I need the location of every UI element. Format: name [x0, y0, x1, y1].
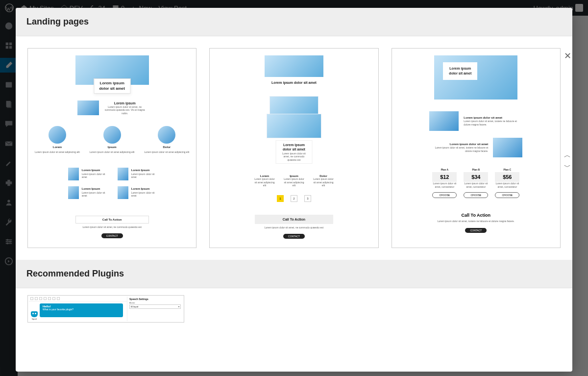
feature-image	[77, 100, 99, 115]
avatar-select: 02.liquid▾	[129, 304, 181, 309]
feature-text: Lorem ipsum Lorem ipsum dolor sit amet, …	[103, 101, 147, 115]
landing-template-3[interactable]: Lorem ipsum dolor sit amet Lorem ipsum d…	[392, 48, 561, 248]
hero-image	[265, 55, 323, 77]
cta-button: Call To Action	[255, 215, 333, 224]
hero-image: Lorem ipsum dolor sit amet	[75, 55, 149, 85]
feature-grid: Lorem IpsumLorem ipsum dolor sit amet Lo…	[68, 168, 156, 199]
plugin-settings-panel: Speech Settings Avatar 02.liquid▾	[127, 297, 183, 321]
modal-overlay: ✕ ︿ ﹀ Landing pages Lorem ipsum dolor si…	[0, 0, 588, 376]
contact-button: CONTACT	[101, 233, 123, 238]
templates-modal: ✕ ︿ ﹀ Landing pages Lorem ipsum dolor si…	[16, 8, 572, 372]
feature-rows: Lorem ipsum dolor sit ametLorem ipsum do…	[429, 111, 522, 157]
close-icon[interactable]: ✕	[562, 50, 572, 62]
plugin-preview: Hello! What is your favorite plugin? liq…	[29, 297, 127, 321]
recommended-plugin-1[interactable]: Hello! What is your favorite plugin? liq…	[27, 295, 184, 323]
stacked-cards: Lorem ipsum dolor sit ametLorem ipsum do…	[257, 96, 331, 155]
chevron-up-icon[interactable]: ︿	[562, 150, 572, 161]
plugins-title: Recommended Plugins	[26, 269, 562, 279]
circle-features: LoremLorem ipsum dolor sit amet adipisci…	[35, 126, 189, 154]
landing-template-2[interactable]: Lorem ipsum dolor sit amet Lorem ipsum d…	[209, 48, 378, 248]
landing-templates-row: Lorem ipsum dolor sit amet Lorem ipsum L…	[16, 36, 572, 260]
landing-pages-title: Landing pages	[26, 17, 562, 27]
landing-pages-header: Landing pages	[16, 8, 572, 36]
landing-template-1[interactable]: Lorem ipsum dolor sit amet Lorem ipsum L…	[27, 48, 196, 248]
contact-button: CONTACT	[283, 234, 305, 239]
speech-bubble: Hello! What is your favorite plugin?	[40, 303, 123, 317]
cta-section: Call To Action Lorem ipsum dolor sit ame…	[434, 213, 517, 223]
cta-button: Call To Action	[75, 216, 149, 224]
pagination: 1 2 3	[277, 195, 311, 202]
contact-button: CONTACT	[465, 228, 487, 233]
plugin-avatar-icon: liquid	[30, 311, 39, 320]
columns: LoremLorem ipsum dolor sit amet adipisci…	[253, 175, 335, 187]
plugins-header: Recommended Plugins	[16, 260, 572, 288]
hero-image: Lorem ipsum dolor sit amet	[434, 55, 517, 100]
recommended-plugins-row: Hello! What is your favorite plugin? liq…	[16, 288, 572, 323]
chevron-down-icon[interactable]: ﹀	[562, 162, 572, 173]
pricing-plans: Plan A$12Lorem ipsum dolor sit amet, con…	[432, 168, 519, 198]
